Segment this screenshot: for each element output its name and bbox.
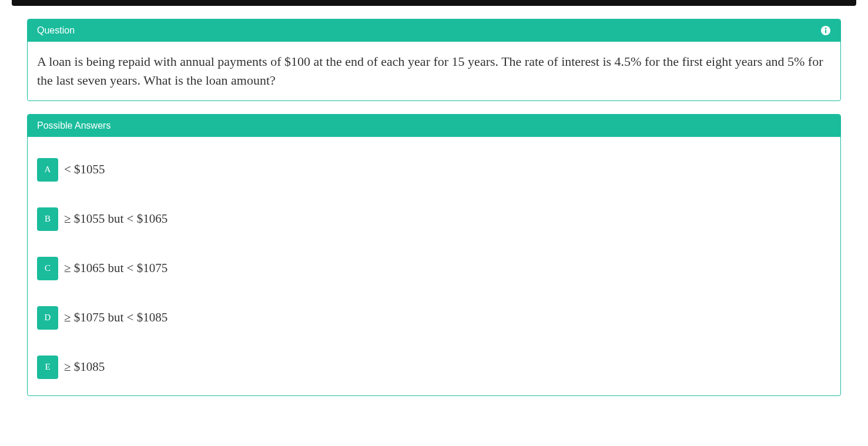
answer-text: ≥ $1065 but < $1075 [64,261,167,276]
answer-option-e[interactable]: E ≥ $1085 [37,356,831,379]
question-panel-header: Question [28,19,840,42]
answer-option-b[interactable]: B ≥ $1055 but < $1065 [37,207,831,231]
top-bar [12,0,856,6]
answer-letter: E [37,356,58,379]
question-body: A loan is being repaid with annual payme… [28,42,840,100]
question-text: A loan is being repaid with annual payme… [37,52,831,90]
svg-point-1 [825,28,827,29]
answers-panel-header: Possible Answers [28,115,840,137]
answers-body: A < $1055 B ≥ $1055 but < $1065 C ≥ $106… [28,137,840,395]
info-icon[interactable] [820,25,831,36]
svg-rect-2 [825,29,826,33]
answer-letter: D [37,306,58,330]
answer-text: < $1055 [64,162,105,177]
question-panel: Question A loan is being repaid with ann… [27,19,841,101]
question-header-label: Question [37,25,75,36]
answer-letter: A [37,158,58,182]
answers-panel: Possible Answers A < $1055 B ≥ $1055 but… [27,114,841,396]
answer-option-c[interactable]: C ≥ $1065 but < $1075 [37,257,831,280]
answer-option-a[interactable]: A < $1055 [37,158,831,182]
answer-letter: C [37,257,58,280]
answer-text: ≥ $1055 but < $1065 [64,212,167,226]
answer-text: ≥ $1085 [64,360,105,374]
answer-letter: B [37,207,58,231]
answer-text: ≥ $1075 but < $1085 [64,310,167,325]
answer-option-d[interactable]: D ≥ $1075 but < $1085 [37,306,831,330]
answers-header-label: Possible Answers [37,120,110,131]
